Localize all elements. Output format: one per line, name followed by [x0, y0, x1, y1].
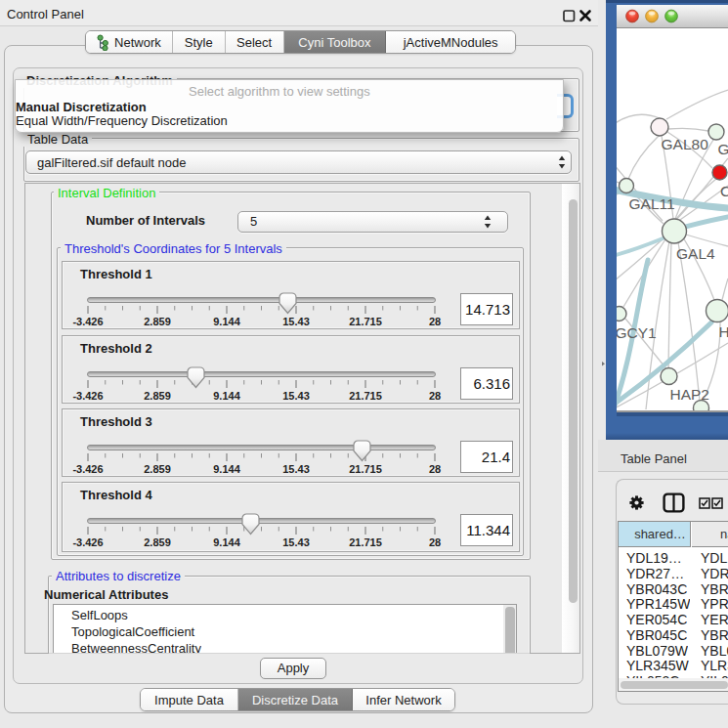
svg-text:GAL4: GAL4 — [676, 245, 715, 262]
svg-text:GCY1: GCY1 — [617, 324, 657, 341]
svg-text:GAL80: GAL80 — [662, 136, 709, 152]
svg-text:GAL11: GAL11 — [629, 195, 675, 212]
svg-text:C: C — [720, 183, 728, 199]
svg-text:HAP2: HAP2 — [670, 386, 710, 403]
svg-text:GA: GA — [718, 141, 728, 157]
svg-text:H: H — [719, 323, 728, 340]
